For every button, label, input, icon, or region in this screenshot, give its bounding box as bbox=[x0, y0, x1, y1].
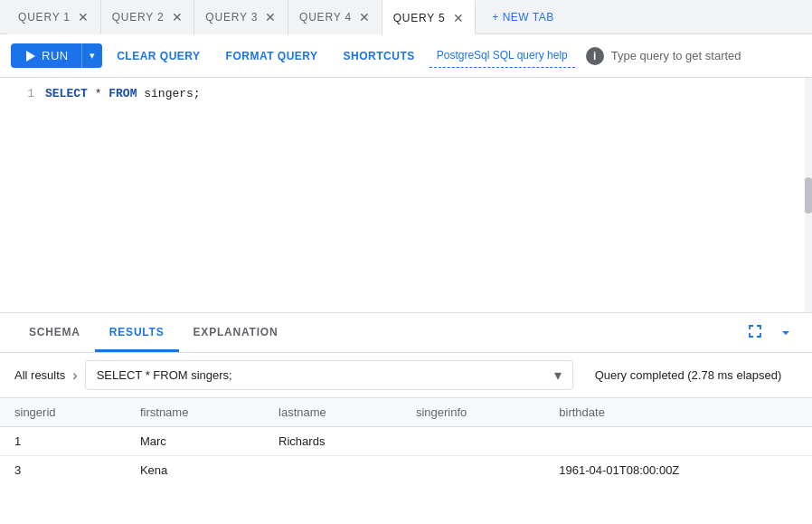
table-row: 1MarcRichards bbox=[0, 427, 812, 456]
format-query-button[interactable]: FORMAT QUERY bbox=[215, 44, 329, 68]
line-numbers: 1 bbox=[0, 78, 45, 312]
tab-explanation[interactable]: EXPLANATION bbox=[179, 315, 293, 352]
tab-query2-close[interactable]: ✕ bbox=[172, 11, 184, 24]
results-table: singerid firstname lastname singerinfo b… bbox=[0, 398, 812, 484]
results-filter: All results › SELECT * FROM singers; ▾ Q… bbox=[0, 353, 812, 398]
cell-birthdate bbox=[544, 427, 812, 456]
tab-query1-close[interactable]: ✕ bbox=[78, 11, 90, 24]
cell-firstname: Marc bbox=[126, 427, 264, 456]
col-lastname: lastname bbox=[264, 398, 401, 427]
query-select[interactable]: SELECT * FROM singers; ▾ bbox=[85, 360, 573, 390]
cell-firstname: Kena bbox=[126, 456, 264, 485]
tabs-bar: QUERY 1 ✕ QUERY 2 ✕ QUERY 3 ✕ QUERY 4 ✕ … bbox=[0, 0, 812, 34]
tab-query2-label: QUERY 2 bbox=[112, 11, 165, 24]
table-name: singers; bbox=[144, 87, 200, 100]
tab-query3[interactable]: QUERY 3 ✕ bbox=[194, 0, 288, 34]
tab-query5-label: QUERY 5 bbox=[393, 12, 446, 24]
scrollbar[interactable] bbox=[805, 78, 812, 312]
svg-marker-0 bbox=[26, 51, 35, 62]
new-tab-label: + NEW TAB bbox=[492, 11, 553, 24]
tab-query2[interactable]: QUERY 2 ✕ bbox=[101, 0, 195, 34]
cell-lastname bbox=[264, 456, 401, 485]
keyword-from: FROM bbox=[109, 87, 137, 100]
new-tab-button[interactable]: + NEW TAB bbox=[483, 7, 562, 27]
table-row: 3Kena1961-04-01T08:00:00Z bbox=[0, 456, 812, 485]
query-select-arrow-icon: ▾ bbox=[554, 367, 562, 384]
tab-results[interactable]: RESULTS bbox=[95, 315, 179, 352]
run-label: RUN bbox=[42, 49, 69, 62]
scrollbar-thumb bbox=[805, 177, 812, 214]
result-tabs: SCHEMA RESULTS EXPLANATION bbox=[0, 313, 812, 353]
cell-lastname: Richards bbox=[264, 427, 401, 456]
tab-query1[interactable]: QUERY 1 ✕ bbox=[7, 0, 101, 34]
cell-singerinfo bbox=[401, 427, 544, 456]
col-singerinfo: singerinfo bbox=[401, 398, 544, 427]
editor-area: 1 SELECT * FROM singers; bbox=[0, 78, 812, 313]
info-icon: i bbox=[586, 47, 604, 65]
tab-query4-label: QUERY 4 bbox=[299, 11, 352, 24]
tab-query3-close[interactable]: ✕ bbox=[265, 11, 277, 24]
run-dropdown-arrow[interactable]: ▾ bbox=[82, 44, 103, 67]
shortcuts-button[interactable]: SHORTCUTS bbox=[333, 44, 426, 68]
cell-singerid: 1 bbox=[0, 427, 126, 456]
keyword-select: SELECT bbox=[45, 87, 88, 100]
expand-icon[interactable] bbox=[774, 319, 798, 347]
query-select-text: SELECT * FROM singers; bbox=[97, 368, 232, 382]
wildcard: * bbox=[95, 87, 109, 100]
table-header-row: singerid firstname lastname singerinfo b… bbox=[0, 398, 812, 427]
result-tab-icons bbox=[743, 319, 798, 347]
tab-query1-label: QUERY 1 bbox=[18, 11, 71, 24]
tab-query5-close[interactable]: ✕ bbox=[453, 12, 465, 24]
tab-query4[interactable]: QUERY 4 ✕ bbox=[288, 0, 382, 34]
fullscreen-icon[interactable] bbox=[743, 319, 767, 347]
all-results-label: All results bbox=[14, 368, 65, 382]
cell-birthdate: 1961-04-01T08:00:00Z bbox=[544, 456, 812, 485]
tab-query3-label: QUERY 3 bbox=[205, 11, 258, 24]
clear-query-button[interactable]: CLEAR QUERY bbox=[106, 44, 211, 68]
run-button-main[interactable]: RUN bbox=[11, 43, 82, 68]
col-singerid: singerid bbox=[0, 398, 126, 427]
query-status: Query completed (2.78 ms elapsed) bbox=[595, 368, 782, 382]
results-table-wrapper: singerid firstname lastname singerinfo b… bbox=[0, 398, 812, 524]
tab-schema[interactable]: SCHEMA bbox=[14, 315, 95, 352]
tab-query4-close[interactable]: ✕ bbox=[359, 11, 371, 24]
main-layout: QUERY 1 ✕ QUERY 2 ✕ QUERY 3 ✕ QUERY 4 ✕ … bbox=[0, 0, 812, 524]
col-firstname: firstname bbox=[126, 398, 264, 427]
line-number-1: 1 bbox=[0, 85, 34, 103]
help-link[interactable]: PostgreSql SQL query help bbox=[430, 43, 575, 68]
run-button[interactable]: RUN ▾ bbox=[11, 43, 102, 68]
editor-content[interactable]: SELECT * FROM singers; bbox=[45, 78, 812, 312]
all-results-chevron[interactable]: › bbox=[72, 367, 77, 384]
toolbar: RUN ▾ CLEAR QUERY FORMAT QUERY SHORTCUTS… bbox=[0, 34, 812, 78]
cell-singerinfo bbox=[401, 456, 544, 485]
tab-query5[interactable]: QUERY 5 ✕ bbox=[382, 0, 477, 34]
cell-singerid: 3 bbox=[0, 456, 126, 485]
toolbar-info: i Type query to get started bbox=[586, 47, 741, 65]
play-icon bbox=[24, 50, 36, 62]
info-hint: Type query to get started bbox=[611, 49, 741, 62]
col-birthdate: birthdate bbox=[544, 398, 812, 427]
